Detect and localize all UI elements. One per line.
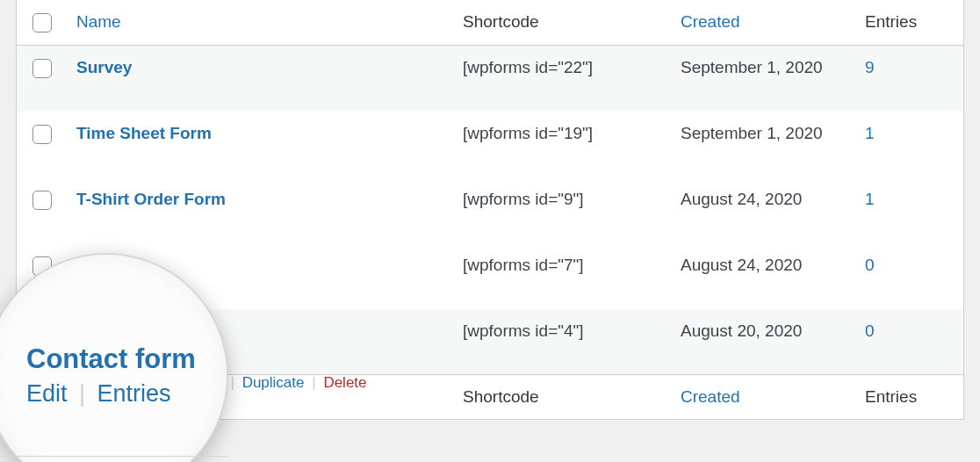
row-checkbox[interactable] — [32, 125, 52, 144]
action-preview-fragment[interactable]: ew — [204, 374, 223, 391]
column-created-link[interactable]: Created — [681, 12, 740, 31]
created-cell: August 20, 2020 — [672, 309, 856, 375]
row-checkbox[interactable] — [32, 256, 52, 276]
lens-divider — [0, 456, 228, 457]
shortcode-cell: [wpforms id="19"] — [454, 112, 672, 177]
shortcode-cell: [wpforms id="4"] — [454, 309, 672, 375]
row-actions-visible: ew | Duplicate | Delete — [204, 374, 367, 392]
column-created[interactable]: Created — [672, 0, 856, 45]
entries-link[interactable]: 0 — [865, 256, 875, 274]
created-cell: September 1, 2020 — [672, 45, 856, 111]
footer-created[interactable]: Created — [672, 374, 856, 419]
separator: | — [227, 374, 237, 391]
action-delete[interactable]: Delete — [323, 374, 366, 391]
table-footer-row: Shortcode Created Entries — [17, 374, 963, 419]
shortcode-cell: [wpforms id="22"] — [454, 45, 672, 111]
footer-shortcode: Shortcode — [454, 374, 672, 419]
entries-link[interactable]: 9 — [865, 58, 875, 76]
form-name-link[interactable]: Time Sheet Form — [76, 124, 212, 142]
forms-table: Name Shortcode Created Entries Survey [w… — [17, 0, 963, 419]
table-row: [wpforms id="7"] August 24, 2020 0 — [17, 243, 963, 309]
table-row: Survey [wpforms id="22"] September 1, 20… — [17, 45, 963, 111]
footer-entries: Entries — [856, 374, 963, 419]
created-cell: September 1, 2020 — [672, 112, 856, 177]
created-cell: August 24, 2020 — [672, 243, 856, 309]
separator: | — [308, 374, 319, 391]
row-checkbox[interactable] — [32, 191, 52, 210]
select-all-header — [17, 0, 68, 45]
table-header-row: Name Shortcode Created Entries — [17, 0, 963, 45]
entries-link[interactable]: 0 — [865, 321, 875, 340]
shortcode-cell: [wpforms id="9"] — [454, 177, 672, 243]
column-shortcode: Shortcode — [454, 0, 672, 45]
forms-table-panel: Name Shortcode Created Entries Survey [w… — [16, 0, 964, 420]
row-checkbox[interactable] — [32, 59, 52, 78]
form-name-link[interactable]: T-Shirt Order Form — [76, 190, 226, 208]
entries-link[interactable]: 1 — [865, 190, 875, 208]
footer-created-link[interactable]: Created — [681, 387, 740, 406]
action-duplicate[interactable]: Duplicate — [242, 374, 305, 391]
entries-link[interactable]: 1 — [865, 124, 875, 142]
table-row: Time Sheet Form [wpforms id="19"] Septem… — [17, 112, 963, 177]
created-cell: August 24, 2020 — [672, 177, 856, 243]
table-row: [wpforms id="4"] August 20, 2020 0 — [17, 309, 963, 375]
column-name-link[interactable]: Name — [76, 12, 121, 31]
table-row: T-Shirt Order Form [wpforms id="9"] Augu… — [17, 177, 963, 243]
select-all-checkbox[interactable] — [32, 13, 52, 32]
form-name-link[interactable]: Survey — [76, 58, 132, 76]
column-name[interactable]: Name — [68, 0, 454, 45]
column-entries: Entries — [856, 0, 963, 45]
shortcode-cell: [wpforms id="7"] — [454, 243, 672, 309]
